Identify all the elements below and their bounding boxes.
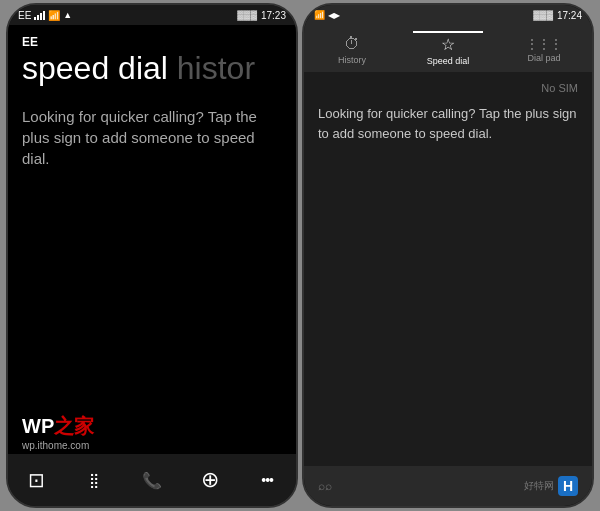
status-right-2: ▓▓▓ 17:24: [533, 10, 582, 21]
battery-icon: ▓▓▓: [237, 10, 257, 20]
wifi-icon-2: 📶: [314, 10, 325, 20]
nav-messages-icon[interactable]: ⊡: [19, 462, 55, 498]
description-text-1: Looking for quicker calling? Tap the plu…: [22, 106, 282, 169]
content-area-1: EE speed dial histor Looking for quicker…: [8, 25, 296, 454]
status-bar-1: EE 📶 ▲ ▓▓▓ 17:23: [8, 5, 296, 25]
description-text-2: Looking for quicker calling? Tap the plu…: [318, 104, 578, 143]
signal-icon: [34, 11, 45, 20]
nav-more-icon[interactable]: •••: [249, 462, 285, 498]
nav-dialpad-icon[interactable]: ⣿: [76, 462, 112, 498]
tab-speed-dial[interactable]: ☆ Speed dial: [413, 31, 483, 68]
tab-speed-dial-label: Speed dial: [427, 56, 470, 66]
history-icon: ⏱: [344, 35, 360, 53]
status-left-1: EE 📶 ▲: [18, 10, 72, 21]
bottom-label: ⌕⌕: [318, 479, 332, 493]
title-faded: histor: [168, 50, 255, 86]
phone-1: EE 📶 ▲ ▓▓▓ 17:23 EE speed dial histor Lo…: [6, 3, 298, 508]
haote-badge: H: [558, 476, 578, 496]
no-sim-label: No SIM: [318, 82, 578, 94]
tab-history-label: History: [338, 55, 366, 65]
page-title: speed dial histor: [22, 51, 282, 86]
nav-phone-icon[interactable]: 📞: [134, 462, 170, 498]
haote-site: 好特网: [524, 479, 554, 493]
status-bar-2: 📶 ◀▶ ▓▓▓ 17:24: [304, 5, 592, 25]
brand-name: WP之家: [22, 413, 94, 440]
status-right-1: ▓▓▓ 17:23: [237, 10, 286, 21]
carrier-label: EE: [18, 10, 31, 21]
watermark-2: 好特网 H: [524, 476, 578, 496]
tab-dial-pad[interactable]: ⋮⋮⋮ Dial pad: [509, 35, 579, 65]
watermark-1: WP之家 wp.ithome.com: [22, 413, 94, 451]
tab-bar: ⏱ History ☆ Speed dial ⋮⋮⋮ Dial pad: [304, 25, 592, 72]
brand-url: wp.ithome.com: [22, 440, 94, 451]
bottom-nav-1: ⊡ ⣿ 📞 ⊕ •••: [8, 454, 296, 506]
content-area-2: No SIM Looking for quicker calling? Tap …: [304, 72, 592, 466]
bottom-bar-2: ⌕⌕ 好特网 H: [304, 466, 592, 506]
phone-2: 📶 ◀▶ ▓▓▓ 17:24 ⏱ History ☆ Speed dial ⋮⋮…: [302, 3, 594, 508]
nav-add-icon[interactable]: ⊕: [192, 462, 228, 498]
signal-icon-3: ◀▶: [328, 11, 340, 20]
carrier-name: EE: [22, 35, 282, 49]
signal-icon-2: ▲: [63, 10, 72, 20]
tab-dial-pad-label: Dial pad: [527, 53, 560, 63]
status-left-2: 📶 ◀▶: [314, 10, 340, 20]
time-display: 17:23: [261, 10, 286, 21]
time-display-2: 17:24: [557, 10, 582, 21]
dialpad-icon: ⋮⋮⋮: [526, 37, 562, 51]
tab-history[interactable]: ⏱ History: [317, 33, 387, 67]
battery-icon-2: ▓▓▓: [533, 10, 553, 20]
star-icon: ☆: [441, 35, 455, 54]
title-main: speed dial: [22, 50, 168, 86]
wifi-icon: 📶: [48, 10, 60, 21]
